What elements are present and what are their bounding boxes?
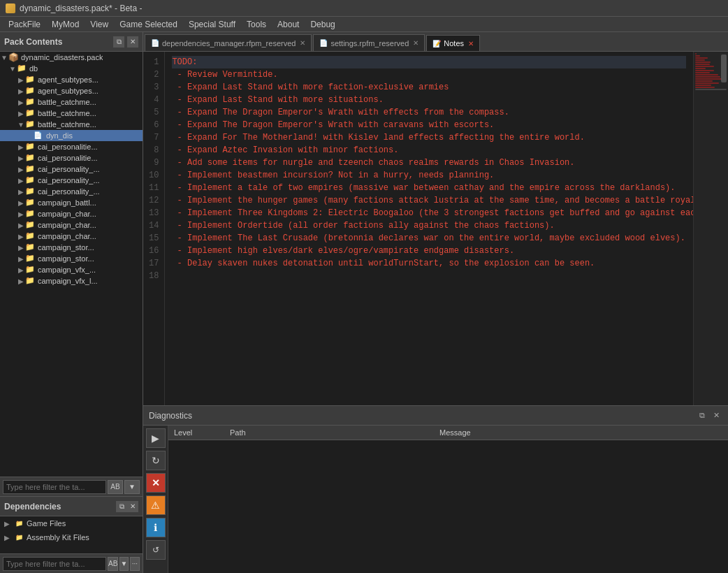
- diag-error-btn[interactable]: ✕: [146, 473, 166, 493]
- dep-folder-icon-assembly-kit: 📁: [14, 532, 24, 542]
- tree-node-campaign_vfx2[interactable]: ▶📁campaign_vfx_l...: [0, 275, 143, 286]
- menu-about[interactable]: About: [272, 18, 305, 31]
- diagnostics-close-btn[interactable]: ✕: [710, 409, 722, 422]
- tab-dep-label: dependencies_manager.rfpm_reserved: [162, 39, 296, 48]
- tree-toggle-battle_catchme3[interactable]: ▼: [17, 121, 25, 129]
- tree-node-battle_catchme1[interactable]: ▶📁battle_catchme...: [0, 96, 143, 108]
- pack-contents-header-icons: ⧉ ✕: [113, 36, 138, 48]
- tree-toggle-campaign_vfx1[interactable]: ▶: [17, 266, 25, 274]
- tree-toggle-cai_personality2[interactable]: ▶: [17, 177, 25, 184]
- tree-node-campaign_char1[interactable]: ▶📁campaign_char...: [0, 208, 143, 219]
- tree-toggle-db[interactable]: ▼: [8, 65, 17, 73]
- tree-node-battle_catchme3[interactable]: ▼📁battle_catchme...: [0, 119, 143, 130]
- code-line-1: TODO:: [172, 56, 686, 68]
- code-editor[interactable]: TODO: - Review Vermintide. - Expand Last…: [165, 52, 693, 405]
- menu-view[interactable]: View: [85, 18, 114, 31]
- tree-node-db[interactable]: ▼📁db: [0, 63, 143, 74]
- diag-loop-btn[interactable]: ↺: [146, 540, 166, 560]
- tree-toggle-campaign_char3[interactable]: ▶: [17, 233, 25, 240]
- tree-toggle-agent_subtypes2[interactable]: ▶: [17, 87, 25, 95]
- minimap-line-5: [695, 61, 711, 63]
- folder-icon: 📁: [25, 153, 35, 161]
- tree-toggle-cai_personality3[interactable]: ▶: [17, 188, 25, 196]
- tree-label-battle_catchme3: battle_catchme...: [38, 120, 96, 129]
- minimap-scroll-indicator[interactable]: [721, 55, 727, 82]
- tree-node-campaign_stor1[interactable]: ▶📁campaign_stor...: [0, 242, 143, 253]
- tree-label-cai_personalities1: cai_personalitie...: [38, 143, 98, 151]
- tree-node-campaign_battl[interactable]: ▶📁campaign_battl...: [0, 197, 143, 208]
- tab-settings[interactable]: 📄 settings.rpfm_reserved ✕: [313, 34, 425, 51]
- tree-toggle-cai_personalities1[interactable]: ▶: [17, 143, 25, 151]
- tree-node-agent_subtypes1[interactable]: ▶📁agent_subtypes...: [0, 74, 143, 85]
- menu-debug[interactable]: Debug: [305, 18, 340, 31]
- tree-node-cai_personality1[interactable]: ▶📁cai_personality_...: [0, 164, 143, 175]
- tree-node-cai_personalities2[interactable]: ▶📁cai_personalitie...: [0, 152, 143, 164]
- tree-toggle-campaign_battl[interactable]: ▶: [17, 199, 25, 207]
- tree-node-dyn_dis[interactable]: 📄dyn_dis: [0, 130, 143, 141]
- dependencies-tree[interactable]: ▶📁Game Files▶📁Assembly Kit Files: [0, 516, 143, 553]
- menu-mymod[interactable]: MyMod: [46, 18, 85, 31]
- line-num-3: 3: [149, 81, 159, 94]
- dep-filter-ab-btn[interactable]: AB: [108, 557, 118, 571]
- tree-toggle-agent_subtypes1[interactable]: ▶: [17, 76, 25, 84]
- tree-node-agent_subtypes2[interactable]: ▶📁agent_subtypes...: [0, 85, 143, 96]
- tree-label-agent_subtypes1: agent_subtypes...: [38, 75, 99, 84]
- tree-toggle-battle_catchme1[interactable]: ▶: [17, 99, 25, 106]
- dependencies-restore-btn[interactable]: ⧉: [116, 501, 127, 512]
- diagnostics-restore-btn[interactable]: ⧉: [696, 409, 708, 422]
- tree-toggle-cai_personality1[interactable]: ▶: [17, 166, 25, 173]
- dep-filter-input[interactable]: [3, 557, 106, 571]
- dep-toggle-assembly-kit[interactable]: ▶: [4, 534, 13, 542]
- pack-filter-ab-btn[interactable]: AB: [108, 480, 123, 494]
- tree-node-cai_personality3[interactable]: ▶📁cai_personality_...: [0, 186, 143, 197]
- tree-label-campaign_vfx2: campaign_vfx_l...: [38, 277, 98, 285]
- dep-filter-more-btn[interactable]: ···: [130, 557, 140, 571]
- folder-icon: 📁: [25, 242, 35, 251]
- line-num-8: 8: [149, 144, 159, 157]
- dep-folder-icon-game-files: 📁: [14, 518, 24, 528]
- menu-tools[interactable]: Tools: [241, 18, 272, 31]
- tree-node-cai_personality2[interactable]: ▶📁cai_personality_...: [0, 175, 143, 186]
- dep-node-game-files[interactable]: ▶📁Game Files: [0, 516, 143, 530]
- tab-notes-close[interactable]: ✕: [468, 40, 474, 48]
- pack-filter-input[interactable]: [3, 480, 106, 494]
- tree-node-campaign_vfx1[interactable]: ▶📁campaign_vfx_...: [0, 264, 143, 275]
- diag-refresh-btn[interactable]: ↻: [146, 451, 166, 470]
- diag-play-btn[interactable]: ▶: [146, 428, 166, 448]
- diag-info-btn[interactable]: ℹ: [146, 518, 166, 537]
- menu-packfile[interactable]: PackFile: [3, 18, 46, 31]
- tree-toggle-campaign_stor1[interactable]: ▶: [17, 244, 25, 252]
- tree-node-battle_catchme2[interactable]: ▶📁battle_catchme...: [0, 108, 143, 119]
- tree-node-pack[interactable]: ▼📦dynamic_disasters.pack: [0, 52, 143, 63]
- diag-warn-btn[interactable]: ⚠: [146, 495, 166, 515]
- pack-contents-close-btn[interactable]: ✕: [127, 36, 138, 48]
- pack-contents-tree[interactable]: ▼📦dynamic_disasters.pack▼📁db▶📁agent_subt…: [0, 52, 143, 477]
- tree-node-campaign_char2[interactable]: ▶📁campaign_char...: [0, 219, 143, 231]
- diagnostics-table[interactable]: Level Path Message: [168, 426, 728, 573]
- tree-toggle-campaign_vfx2[interactable]: ▶: [17, 277, 25, 285]
- tree-node-campaign_stor2[interactable]: ▶📁campaign_stor...: [0, 253, 143, 264]
- tree-node-campaign_char3[interactable]: ▶📁campaign_char...: [0, 231, 143, 242]
- line-num-15: 15: [149, 232, 159, 245]
- tab-dep-close[interactable]: ✕: [300, 39, 305, 47]
- tree-toggle-campaign_stor2[interactable]: ▶: [17, 255, 25, 263]
- diag-play-icon: ▶: [152, 433, 159, 444]
- tab-dependencies-manager[interactable]: 📄 dependencies_manager.rfpm_reserved ✕: [145, 34, 312, 51]
- pack-contents-restore-btn[interactable]: ⧉: [113, 36, 124, 48]
- tree-toggle-pack[interactable]: ▼: [0, 54, 8, 61]
- dependencies-close-btn[interactable]: ✕: [127, 501, 138, 512]
- tree-toggle-cai_personalities2[interactable]: ▶: [17, 154, 25, 162]
- tree-node-cai_personalities1[interactable]: ▶📁cai_personalitie...: [0, 141, 143, 152]
- pack-filter-dropdown-btn[interactable]: ▼: [124, 480, 140, 494]
- dep-toggle-game-files[interactable]: ▶: [4, 520, 13, 528]
- tab-settings-close[interactable]: ✕: [413, 39, 418, 47]
- dep-filter-dropdown-btn[interactable]: ▼: [119, 557, 128, 571]
- title-bar: dynamic_disasters.pack* - Beta -: [0, 0, 728, 17]
- tab-notes[interactable]: 📝 Notes ✕: [426, 35, 480, 52]
- tree-toggle-campaign_char2[interactable]: ▶: [17, 222, 25, 229]
- dep-node-assembly-kit[interactable]: ▶📁Assembly Kit Files: [0, 530, 143, 544]
- menu-game-selected[interactable]: Game Selected: [114, 18, 183, 31]
- tree-toggle-battle_catchme2[interactable]: ▶: [17, 110, 25, 117]
- tree-toggle-campaign_char1[interactable]: ▶: [17, 210, 25, 218]
- menu-special-stuff[interactable]: Special Stuff: [183, 18, 241, 31]
